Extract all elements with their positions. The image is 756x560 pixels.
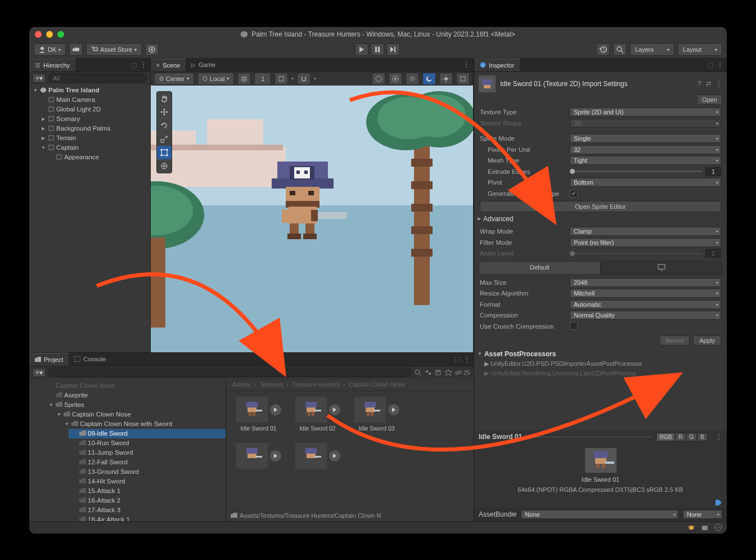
pause-button[interactable] (371, 43, 384, 56)
tree-item[interactable]: 11-Jump Sword (69, 448, 226, 458)
scene-view[interactable] (151, 86, 473, 352)
tab-console[interactable]: Console (69, 353, 111, 366)
increment-snap[interactable] (297, 73, 310, 85)
panel-menu-icon[interactable]: ⋮ (716, 80, 722, 88)
preset-icon[interactable]: ⇄ (706, 80, 711, 87)
grid-toggle[interactable] (237, 73, 251, 85)
account-dropdown[interactable]: DK ▾ (34, 43, 66, 56)
layout-dropdown[interactable]: Layout▾ (678, 43, 722, 56)
maximize-window[interactable] (57, 31, 64, 38)
assetbundle-dropdown[interactable]: None (521, 510, 678, 519)
tree-item[interactable]: 18-Air Attack 1 (69, 515, 226, 521)
shaded-mode[interactable] (406, 73, 419, 85)
platform-tab-standalone[interactable] (601, 261, 723, 275)
draw-mode[interactable] (372, 73, 385, 85)
panel-menu-icon[interactable]: ⋮ (140, 61, 147, 69)
step-button[interactable] (386, 43, 400, 56)
asset-item[interactable] (232, 443, 285, 469)
pivot-dropdown[interactable]: Bottom (570, 178, 721, 187)
tree-item[interactable]: 12-Fall Sword (69, 458, 226, 467)
panel-menu-icon[interactable]: ⋮ (717, 61, 723, 69)
tab-inspector[interactable]: i Inspector (474, 59, 520, 71)
move-tool[interactable] (157, 105, 172, 119)
panel-menu-icon[interactable]: ⋮ (463, 61, 470, 69)
hierarchy-item[interactable]: Appearance (45, 153, 150, 162)
package-icon[interactable] (701, 523, 709, 531)
g-button[interactable]: G (686, 433, 698, 441)
breadcrumb[interactable]: Assets› Textures› Treasure Hunters› Capt… (226, 379, 474, 391)
tree-item[interactable]: 10-Run Sword (69, 438, 226, 448)
tree-item[interactable]: 17-Attack 3 (69, 505, 226, 515)
tree-item[interactable]: 14-Hit Sword (69, 477, 226, 486)
minimize-window[interactable] (46, 31, 53, 38)
play-button[interactable] (355, 43, 368, 56)
platform-tab-default[interactable]: Default (479, 261, 601, 275)
assetbundle-variant-dropdown[interactable]: None (683, 510, 722, 519)
hidden-toggle[interactable]: 25 (454, 369, 470, 376)
tree-item[interactable]: 13-Ground Sword (69, 467, 226, 477)
play-preview-icon[interactable] (270, 404, 281, 415)
scale-tool[interactable] (157, 132, 172, 146)
layers-dropdown[interactable]: Layers▾ (630, 43, 674, 56)
ppu-input[interactable]: 32 (570, 145, 721, 154)
tree-item[interactable]: ▼Captain Clown Nose (53, 410, 226, 419)
physics-checkbox[interactable]: ✓ (570, 190, 578, 198)
tag-icon[interactable] (714, 499, 722, 507)
favorite-icon[interactable] (444, 369, 452, 377)
check-icon[interactable] (714, 523, 722, 531)
compression-dropdown[interactable]: Normal Quality (570, 311, 721, 320)
snap-button[interactable] (274, 73, 288, 85)
format-dropdown[interactable]: Automatic (570, 300, 721, 309)
asset-store-dropdown[interactable]: Asset Store ▾ (86, 43, 142, 56)
tree-item[interactable]: 16-Attack 2 (69, 496, 226, 505)
resize-alg-dropdown[interactable]: Mitchell (570, 289, 721, 298)
tree-item-selected[interactable]: 09-Idle Sword (69, 429, 226, 438)
add-button[interactable]: +▾ (33, 74, 46, 83)
apply-button[interactable]: Apply (693, 335, 721, 346)
scene-root[interactable]: ▼Palm Tree Island (29, 86, 150, 95)
2d-mode[interactable] (389, 73, 402, 85)
play-preview-icon[interactable] (329, 404, 340, 415)
tree-item[interactable]: Captain Clown Nose (45, 381, 226, 391)
rgb-button[interactable]: RGB (656, 433, 676, 441)
hierarchy-item[interactable]: ▶Terrain (37, 133, 150, 143)
filter-mode-dropdown[interactable]: Point (no filter) (570, 238, 721, 247)
hierarchy-item[interactable]: ▶Background Palms (37, 124, 150, 133)
texture-type-dropdown[interactable]: Sprite (2D and UI) (570, 107, 721, 117)
help-icon[interactable]: ? (698, 80, 701, 88)
r-button[interactable]: R (675, 433, 686, 441)
hierarchy-search[interactable] (48, 73, 147, 83)
settings-button[interactable] (145, 43, 159, 56)
grid-size[interactable]: 1 (254, 73, 271, 85)
transform-tool[interactable] (157, 159, 172, 173)
sprite-editor-button[interactable]: Open Sprite Editor (480, 201, 721, 212)
b-button[interactable]: B (697, 433, 708, 441)
hierarchy-item[interactable]: Global Light 2D (37, 105, 150, 114)
tree-item[interactable]: Aseprite (45, 391, 226, 400)
rect-tool[interactable] (157, 146, 172, 159)
pivot-toggle[interactable]: ⊙Center▾ (154, 73, 194, 85)
asset-item[interactable]: Idle Sword 01 (232, 397, 285, 432)
tab-hierarchy[interactable]: Hierarchy (29, 59, 75, 71)
play-preview-icon[interactable] (329, 450, 340, 462)
open-button[interactable]: Open (697, 95, 722, 105)
max-size-dropdown[interactable]: 2048 (570, 278, 721, 287)
hierarchy-item[interactable]: Main Camera (37, 95, 150, 105)
asset-item[interactable] (291, 443, 344, 469)
revert-button[interactable]: Revert (659, 335, 690, 346)
tree-item[interactable]: ▼Captain Clown Nose with Sword (61, 419, 226, 429)
panel-menu-icon[interactable]: ⋮ (464, 355, 470, 363)
search-button[interactable] (613, 43, 627, 56)
lock-icon[interactable]: ⬚ (131, 61, 137, 69)
asset-item[interactable]: Idle Sword 02 (291, 397, 344, 432)
extrude-slider[interactable]: 1 (570, 167, 721, 176)
save-icon[interactable] (434, 369, 442, 377)
add-button[interactable]: +▾ (33, 368, 46, 377)
tab-game[interactable]: ▷Game (186, 59, 221, 71)
search-icon[interactable] (414, 369, 422, 377)
hand-tool[interactable] (157, 92, 172, 105)
play-preview-icon[interactable] (388, 404, 399, 415)
cloud-button[interactable] (69, 43, 83, 56)
lock-icon[interactable]: ⬚ (708, 61, 713, 69)
lock-icon[interactable]: ⬚ (454, 356, 460, 363)
